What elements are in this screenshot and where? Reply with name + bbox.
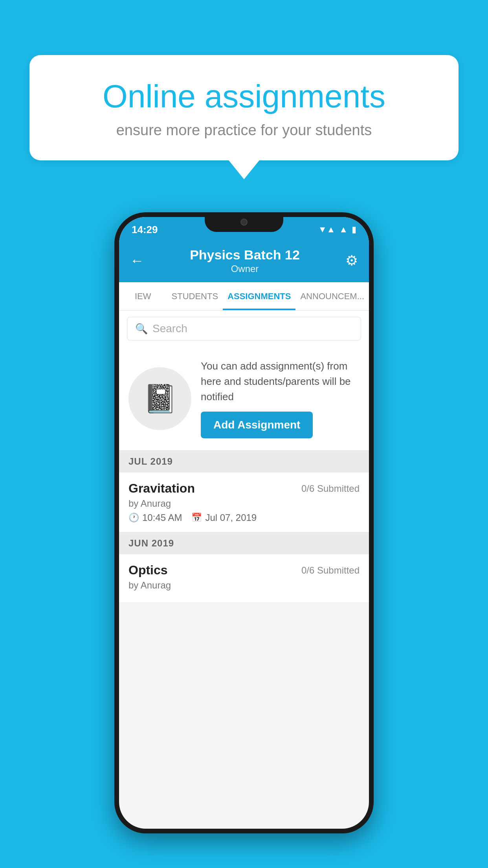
back-button[interactable]: ←	[130, 252, 144, 269]
assignment-icon-circle: 📓	[128, 367, 191, 430]
add-assignment-section: 📓 You can add assignment(s) from here an…	[119, 347, 369, 451]
assignment-date-gravitation: 📅 Jul 07, 2019	[191, 512, 257, 523]
assignment-submitted-gravitation: 0/6 Submitted	[301, 483, 360, 494]
speech-bubble-subtitle: ensure more practice for your students	[57, 122, 431, 139]
battery-icon: ▮	[352, 224, 356, 235]
wifi-icon: ▼▲	[318, 224, 336, 235]
add-assignment-button[interactable]: Add Assignment	[201, 412, 313, 438]
assignment-time-gravitation: 🕐 10:45 AM	[128, 512, 182, 523]
clock-icon: 🕐	[128, 513, 139, 523]
status-time: 14:29	[132, 224, 158, 236]
assignment-row1: Gravitation 0/6 Submitted	[128, 481, 360, 496]
section-label-jun: JUN 2019	[128, 538, 174, 548]
phone-frame: 14:29 ▼▲ ▲ ▮ ← Physics Batch 12 Owner ⚙	[114, 212, 374, 833]
app-header: ← Physics Batch 12 Owner ⚙	[119, 239, 369, 282]
tab-announcements[interactable]: ANNOUNCEM...	[295, 282, 369, 310]
phone-screen: 14:29 ▼▲ ▲ ▮ ← Physics Batch 12 Owner ⚙	[119, 217, 369, 829]
add-assignment-text: You can add assignment(s) from here and …	[201, 359, 360, 405]
assignment-item-gravitation[interactable]: Gravitation 0/6 Submitted by Anurag 🕐 10…	[119, 473, 369, 532]
signal-icon: ▲	[339, 224, 348, 235]
tab-students[interactable]: STUDENTS	[167, 282, 223, 310]
speech-bubble: Online assignments ensure more practice …	[29, 55, 459, 160]
section-label-jul: JUL 2019	[128, 456, 173, 467]
add-assignment-content: You can add assignment(s) from here and …	[201, 359, 360, 438]
speech-bubble-title: Online assignments	[57, 79, 431, 114]
calendar-icon: 📅	[191, 513, 202, 523]
speech-bubble-container: Online assignments ensure more practice …	[29, 55, 459, 160]
section-header-jul: JUL 2019	[119, 451, 369, 473]
phone-wrapper: 14:29 ▼▲ ▲ ▮ ← Physics Batch 12 Owner ⚙	[114, 212, 374, 833]
search-container: 🔍 Search	[119, 311, 369, 347]
notebook-icon: 📓	[143, 383, 177, 415]
assignment-author-gravitation: by Anurag	[128, 498, 360, 509]
assignment-row1-optics: Optics 0/6 Submitted	[128, 563, 360, 577]
section-header-jun: JUN 2019	[119, 532, 369, 554]
header-subtitle: Owner	[144, 263, 345, 274]
assignment-name-gravitation: Gravitation	[128, 481, 195, 496]
tab-iew[interactable]: IEW	[119, 282, 167, 310]
phone-notch	[205, 212, 283, 232]
assignment-name-optics: Optics	[128, 563, 168, 577]
header-center: Physics Batch 12 Owner	[144, 247, 345, 274]
search-icon: 🔍	[135, 323, 148, 335]
tab-assignments[interactable]: ASSIGNMENTS	[223, 282, 295, 310]
assignment-submitted-optics: 0/6 Submitted	[301, 565, 360, 576]
assignment-item-optics[interactable]: Optics 0/6 Submitted by Anurag	[119, 554, 369, 603]
search-bar[interactable]: 🔍 Search	[127, 317, 361, 340]
search-placeholder: Search	[152, 322, 187, 335]
assignment-author-optics: by Anurag	[128, 580, 360, 591]
header-title: Physics Batch 12	[144, 247, 345, 263]
status-icons: ▼▲ ▲ ▮	[318, 224, 356, 235]
tab-bar: IEW STUDENTS ASSIGNMENTS ANNOUNCEM...	[119, 282, 369, 311]
assignment-meta-gravitation: 🕐 10:45 AM 📅 Jul 07, 2019	[128, 512, 360, 523]
camera-dot	[240, 219, 248, 226]
settings-icon[interactable]: ⚙	[345, 252, 358, 269]
